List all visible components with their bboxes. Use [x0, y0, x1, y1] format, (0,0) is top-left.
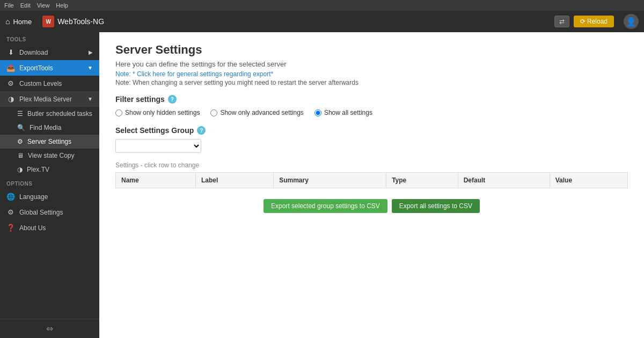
sidebar-item-plex-tv[interactable]: ◑ Plex.TV	[0, 163, 99, 177]
arrow-button[interactable]: ⇄	[554, 16, 569, 27]
chevron-right-icon: ▶	[89, 49, 93, 55]
sidebar-item-download[interactable]: ⬇ Download ▶	[0, 45, 99, 60]
sidebar-item-label: Server Settings	[27, 138, 71, 145]
sidebar-item-exporttools[interactable]: 📤 ExportTools ▼	[0, 60, 99, 76]
main-content: Server Settings Here you can define the …	[99, 32, 644, 338]
sidebar-item-plex-media-server[interactable]: ◑ Plex Media Server ▼	[0, 91, 99, 107]
group-select[interactable]	[115, 139, 201, 153]
reload-button[interactable]: ⟳ Reload	[574, 16, 614, 27]
sidebar-item-label: About Us	[19, 224, 46, 232]
select-group-help-icon[interactable]: ?	[197, 126, 206, 135]
sidebar-item-about-us[interactable]: ❓ About Us	[0, 220, 99, 236]
header-bar: ⌂ Home W WebTools-NG ⇄ ⟳ Reload 👤	[0, 11, 644, 32]
download-icon: ⬇	[6, 48, 15, 56]
radio-all-input[interactable]	[314, 109, 321, 116]
radio-hidden-input[interactable]	[115, 109, 122, 116]
view-state-icon: 🖥	[17, 152, 24, 159]
radio-hidden[interactable]: Show only hidden settings	[115, 109, 200, 116]
butler-icon: ☰	[17, 110, 23, 117]
sidebar-item-label: Download	[19, 49, 48, 56]
filter-settings-header: Filter settings ?	[115, 95, 628, 104]
table-section: Settings - click row to change Name Labe…	[115, 161, 628, 188]
app-title: W WebTools-NG	[42, 16, 554, 27]
radio-advanced[interactable]: Show only advanced settings	[210, 109, 303, 116]
sidebar-item-label: Plex.TV	[27, 166, 49, 173]
filter-settings-label: Filter settings	[115, 95, 165, 104]
export-buttons: Export selected group settings to CSV Ex…	[115, 199, 628, 213]
note-link[interactable]: Note: * Click here for general settings …	[115, 70, 628, 78]
col-default: Default	[458, 173, 550, 188]
note-text: Note: When changing a server setting you…	[115, 79, 628, 86]
sidebar-item-view-state-copy[interactable]: 🖥 View state Copy	[0, 149, 99, 163]
server-settings-icon: ⚙	[17, 138, 23, 145]
sidebar-footer: ⇔	[0, 319, 99, 338]
language-icon: 🌐	[6, 193, 15, 201]
radio-all[interactable]: Show all settings	[314, 109, 372, 116]
exporttools-icon: 📤	[6, 64, 15, 72]
sidebar-item-custom-levels[interactable]: ⚙ Custom Levels	[0, 76, 99, 91]
col-name: Name	[116, 173, 196, 188]
header-right: ⇄ ⟳ Reload 👤	[554, 14, 639, 29]
layout: TOOLS ⬇ Download ▶ 📤 ExportTools ▼ ⚙ Cus…	[0, 32, 644, 338]
home-label: Home	[13, 18, 32, 26]
chevron-down-icon: ▼	[87, 65, 93, 71]
plex-tv-icon: ◑	[17, 166, 23, 173]
plex-icon: ◑	[6, 95, 15, 103]
sidebar: TOOLS ⬇ Download ▶ 📤 ExportTools ▼ ⚙ Cus…	[0, 32, 99, 338]
menu-help[interactable]: Help	[56, 2, 68, 9]
global-settings-icon: ⚙	[6, 208, 15, 216]
find-media-icon: 🔍	[17, 124, 25, 131]
radio-hidden-label: Show only hidden settings	[125, 109, 200, 116]
page-title: Server Settings	[115, 43, 628, 57]
resize-icon[interactable]: ⇔	[46, 324, 53, 334]
col-value: Value	[550, 173, 627, 188]
sidebar-item-label: ExportTools	[19, 64, 53, 72]
menubar: File Edit View Help	[0, 0, 644, 11]
export-all-btn[interactable]: Export all settings to CSV	[392, 199, 480, 213]
sidebar-item-label: Custom Levels	[19, 80, 62, 87]
app-name: WebTools-NG	[57, 17, 104, 26]
export-selected-btn[interactable]: Export selected group settings to CSV	[264, 199, 387, 213]
radio-advanced-input[interactable]	[210, 109, 217, 116]
sidebar-item-find-media[interactable]: 🔍 Find Media	[0, 121, 99, 135]
sidebar-item-label: Global Settings	[19, 209, 63, 216]
page-subtitle: Here you can define the settings for the…	[115, 60, 628, 68]
table-hint: Settings - click row to change	[115, 161, 628, 169]
about-us-icon: ❓	[6, 224, 15, 232]
sidebar-item-server-settings[interactable]: ⚙ Server Settings	[0, 135, 99, 149]
sidebar-item-language[interactable]: 🌐 Language	[0, 189, 99, 204]
menu-view[interactable]: View	[37, 2, 50, 9]
radio-all-label: Show all settings	[324, 109, 372, 116]
select-group-header: Select Settings Group ?	[115, 126, 628, 135]
menu-edit[interactable]: Edit	[20, 2, 31, 9]
options-section-label: OPTIONS	[0, 177, 99, 189]
tools-section-label: TOOLS	[0, 32, 99, 45]
select-group-label: Select Settings Group	[115, 126, 194, 135]
home-icon: ⌂	[5, 17, 10, 26]
filter-settings-help-icon[interactable]: ?	[168, 95, 177, 104]
sidebar-item-label: Language	[19, 193, 48, 201]
radio-advanced-label: Show only advanced settings	[220, 109, 303, 116]
custom-levels-icon: ⚙	[6, 79, 15, 87]
col-type: Type	[386, 173, 458, 188]
sidebar-item-label: View state Copy	[28, 152, 75, 159]
table-header: Name Label Summary Type Default Value	[116, 173, 628, 188]
col-summary: Summary	[274, 173, 386, 188]
radio-group: Show only hidden settings Show only adva…	[115, 109, 628, 116]
sidebar-item-butler[interactable]: ☰ Butler scheduled tasks	[0, 107, 99, 121]
settings-table: Name Label Summary Type Default Value	[115, 172, 628, 188]
menu-file[interactable]: File	[4, 2, 14, 9]
sidebar-item-global-settings[interactable]: ⚙ Global Settings	[0, 204, 99, 220]
sidebar-item-label: Find Media	[30, 124, 61, 131]
col-label: Label	[195, 173, 273, 188]
user-avatar[interactable]: 👤	[624, 14, 639, 29]
app-logo: W	[42, 16, 54, 27]
sidebar-item-label: Butler scheduled tasks	[27, 110, 92, 117]
sidebar-item-label: Plex Media Server	[19, 95, 72, 103]
home-button[interactable]: ⌂ Home	[5, 17, 32, 26]
chevron-down-icon: ▼	[87, 96, 93, 102]
